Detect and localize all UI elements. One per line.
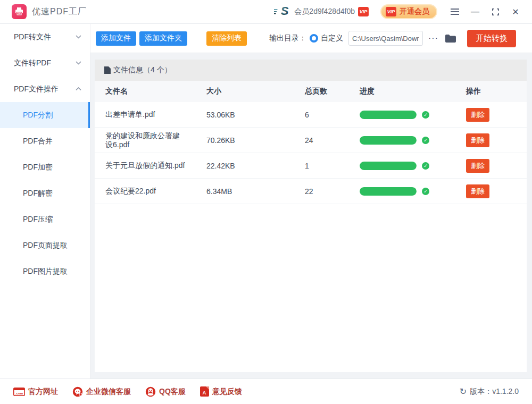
- table-row: 关于元旦放假的通知.pdf 22.42KB 1 ✓ 删除: [95, 153, 527, 179]
- document-icon: [104, 66, 111, 74]
- sidebar-item-pdf-page-extract[interactable]: PDF页面提取: [0, 232, 90, 258]
- clear-list-button[interactable]: 清除列表: [206, 31, 247, 46]
- sidebar-group-file-to-pdf[interactable]: 文件转PDF: [0, 50, 90, 76]
- delete-button[interactable]: 删除: [466, 159, 489, 173]
- chevron-down-icon: [76, 35, 81, 39]
- footer-link-label: QQ客服: [159, 387, 186, 397]
- add-folder-button[interactable]: 添加文件夹: [139, 31, 187, 46]
- wechat-service-link[interactable]: 企业微信客服: [72, 386, 131, 397]
- file-name: 会议纪要22.pdf: [105, 187, 156, 196]
- vip-badge-icon: VIP: [386, 7, 396, 16]
- open-membership-label: 开通会员: [400, 7, 429, 16]
- progress-bar: [360, 136, 417, 145]
- title-bar: PDF 优速PDF工厂 S 会员2d9f428d4f0b VIP VIP: [0, 0, 532, 24]
- sidebar-item-pdf-split[interactable]: PDF分割: [0, 102, 90, 128]
- menu-icon[interactable]: [447, 4, 463, 20]
- delete-button[interactable]: 删除: [466, 133, 489, 147]
- file-pages: 6: [305, 111, 360, 119]
- version-label: 版本：v1.1.2.0: [470, 387, 519, 397]
- progress-done-icon: ✓: [422, 188, 429, 195]
- progress-done-icon: ✓: [422, 137, 429, 144]
- file-info-header: 文件信息（4 个）: [95, 60, 527, 81]
- sidebar-item-pdf-encrypt[interactable]: PDF加密: [0, 154, 90, 180]
- sidebar-item-pdf-compress[interactable]: PDF压缩: [0, 206, 90, 232]
- sidebar-group-pdf-file-ops[interactable]: PDF文件操作: [0, 76, 90, 102]
- custom-output-radio-label: 自定义: [321, 33, 343, 43]
- progress-done-icon: ✓: [422, 111, 429, 119]
- file-size: 6.34MB: [206, 187, 305, 196]
- file-info-title: 文件信息（4 个）: [113, 65, 172, 75]
- file-pages: 22: [305, 187, 360, 196]
- table-empty-space: [95, 204, 527, 372]
- file-pages: 1: [305, 162, 360, 170]
- app-logo-icon: PDF: [12, 4, 27, 19]
- qq-service-link[interactable]: QQ客服: [145, 386, 186, 397]
- output-path-input[interactable]: [348, 31, 423, 46]
- wechat-service-icon: [72, 386, 83, 397]
- file-pages: 24: [305, 136, 360, 145]
- file-name: 出差申请单.pdf: [105, 110, 155, 119]
- minimize-icon[interactable]: —: [467, 4, 483, 20]
- svg-text:.com: .com: [15, 391, 23, 394]
- file-panel: 文件信息（4 个） 文件名 大小 总页数 进度 操作 出差申请单.pdf 53.…: [95, 60, 527, 372]
- refresh-icon[interactable]: ↻: [460, 386, 467, 397]
- footer-bar: .com 官方网址 企业微信客服 QQ客服: [0, 378, 532, 404]
- sidebar-group-label: PDF转文件: [14, 32, 51, 42]
- delete-button[interactable]: 删除: [466, 108, 489, 122]
- file-size: 70.26KB: [206, 136, 305, 145]
- add-file-button[interactable]: 添加文件: [96, 31, 136, 46]
- svg-text:S: S: [281, 4, 289, 17]
- open-folder-icon[interactable]: [445, 34, 456, 43]
- sidebar-item-pdf-merge[interactable]: PDF合并: [0, 128, 90, 154]
- column-filename: 文件名: [105, 87, 206, 96]
- close-icon[interactable]: ✕: [508, 4, 523, 20]
- start-convert-button[interactable]: 开始转换: [467, 30, 516, 47]
- browse-path-button[interactable]: ···: [428, 33, 438, 43]
- version-info: ↻ 版本：v1.1.2.0: [460, 386, 519, 397]
- column-size: 大小: [206, 87, 305, 96]
- feedback-link[interactable]: A 意见反馈: [200, 386, 242, 397]
- content-area: 文件信息（4 个） 文件名 大小 总页数 进度 操作 出差申请单.pdf 53.…: [90, 53, 532, 378]
- svg-text:PDF: PDF: [17, 13, 22, 15]
- output-dir-label: 输出目录：: [269, 33, 306, 43]
- member-id-label: 会员2d9f428d4f0b: [294, 7, 355, 16]
- custom-output-radio[interactable]: [310, 34, 318, 43]
- column-action: 操作: [466, 87, 516, 96]
- app-title: 优速PDF工厂: [32, 6, 87, 18]
- app-window: PDF 优速PDF工厂 S 会员2d9f428d4f0b VIP VIP: [0, 0, 532, 404]
- sidebar: PDF转文件 文件转PDF PDF文件操作 PDF分割 PDF合并 PDF加密: [0, 24, 90, 378]
- column-pages: 总页数: [305, 87, 360, 96]
- member-brand-icon: S: [274, 4, 290, 19]
- delete-button[interactable]: 删除: [466, 184, 489, 198]
- table-row: 会议纪要22.pdf 6.34MB 22 ✓ 删除: [95, 179, 527, 204]
- table-row: 出差申请单.pdf 53.06KB 6 ✓ 删除: [95, 102, 527, 128]
- qq-service-icon: [145, 386, 156, 397]
- progress-bar: [360, 111, 417, 119]
- sidebar-group-label: 文件转PDF: [14, 58, 51, 68]
- official-website-link[interactable]: .com 官方网址: [13, 387, 58, 397]
- main-area: 添加文件 添加文件夹 清除列表 输出目录： 自定义 ··· 开始转换 文: [90, 24, 532, 378]
- sidebar-item-pdf-image-extract[interactable]: PDF图片提取: [0, 258, 90, 284]
- website-com-icon: .com: [13, 388, 25, 396]
- progress-done-icon: ✓: [422, 162, 429, 170]
- file-size: 22.42KB: [206, 162, 305, 170]
- column-progress: 进度: [360, 87, 466, 96]
- vip-badge-icon: VIP: [358, 7, 369, 16]
- progress-bar: [360, 187, 417, 196]
- sidebar-item-pdf-decrypt[interactable]: PDF解密: [0, 180, 90, 206]
- feedback-icon: A: [200, 386, 209, 397]
- file-name: 党的建设和廉政公署建设6.pdf: [105, 131, 186, 149]
- footer-link-label: 官方网址: [28, 387, 58, 397]
- chevron-down-icon: [76, 61, 81, 65]
- progress-bar: [360, 162, 417, 170]
- maximize-icon[interactable]: [487, 4, 503, 20]
- open-membership-button[interactable]: VIP 开通会员: [380, 4, 437, 19]
- footer-link-label: 意见反馈: [212, 387, 242, 397]
- table-row: 党的建设和廉政公署建设6.pdf 70.26KB 24 ✓ 删除: [95, 128, 527, 153]
- chevron-up-icon: [76, 87, 81, 91]
- toolbar: 添加文件 添加文件夹 清除列表 输出目录： 自定义 ··· 开始转换: [90, 24, 532, 53]
- file-size: 53.06KB: [206, 111, 305, 119]
- footer-link-label: 企业微信客服: [86, 387, 131, 397]
- table-header: 文件名 大小 总页数 进度 操作: [95, 81, 527, 102]
- sidebar-group-pdf-to-file[interactable]: PDF转文件: [0, 24, 90, 50]
